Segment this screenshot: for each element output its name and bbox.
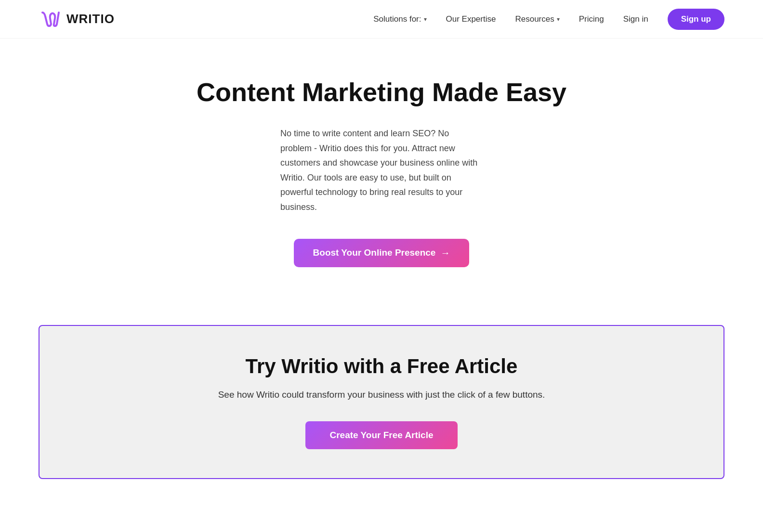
hero-section: Content Marketing Made Easy No time to w… — [0, 39, 763, 296]
nav-links: Solutions for: ▾ Our Expertise Resources… — [373, 9, 724, 30]
navbar: WRITIO Solutions for: ▾ Our Expertise Re… — [0, 0, 763, 39]
chevron-down-icon: ▾ — [424, 16, 427, 23]
signup-button[interactable]: Sign up — [668, 9, 724, 30]
create-article-button[interactable]: Create Your Free Article — [305, 421, 457, 449]
try-title: Try Writio with a Free Article — [59, 355, 704, 378]
boost-button-label: Boost Your Online Presence — [313, 247, 436, 258]
logo-text: WRITIO — [66, 12, 115, 26]
try-description: See how Writio could transform your busi… — [59, 388, 704, 402]
chevron-down-icon-resources: ▾ — [557, 16, 560, 23]
try-section: Try Writio with a Free Article See how W… — [39, 325, 724, 479]
nav-solutions[interactable]: Solutions for: ▾ — [373, 14, 426, 24]
signin-link[interactable]: Sign in — [623, 14, 648, 24]
logo-icon — [39, 8, 62, 31]
how-section: How Will Content Help You? Writio simpli… — [0, 508, 763, 532]
hero-description: No time to write content and learn SEO? … — [280, 126, 483, 215]
nav-pricing[interactable]: Pricing — [579, 14, 604, 24]
nav-expertise[interactable]: Our Expertise — [446, 14, 496, 24]
hero-title: Content Marketing Made Easy — [197, 77, 566, 107]
logo[interactable]: WRITIO — [39, 8, 115, 31]
nav-resources[interactable]: Resources ▾ — [515, 14, 559, 24]
boost-button[interactable]: Boost Your Online Presence → — [294, 239, 470, 267]
arrow-icon: → — [440, 247, 450, 259]
